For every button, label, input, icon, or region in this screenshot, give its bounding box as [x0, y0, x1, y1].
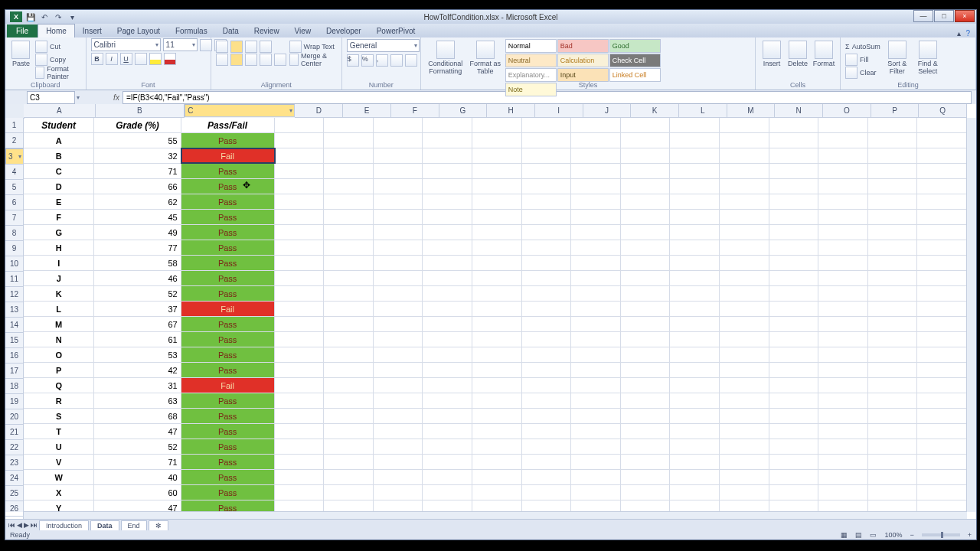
cell[interactable] [670, 133, 720, 148]
tab-page-layout[interactable]: Page Layout [109, 24, 168, 37]
cell[interactable] [571, 179, 621, 194]
cell[interactable] [472, 118, 522, 132]
cell[interactable]: 42 [94, 363, 181, 377]
cell[interactable] [571, 485, 621, 500]
cell[interactable] [720, 164, 769, 178]
tab-home[interactable]: Home [38, 24, 75, 37]
style-chip[interactable]: Calculation [557, 54, 609, 67]
cell[interactable]: Pass [181, 485, 275, 500]
cell[interactable]: 45 [94, 210, 181, 224]
cell[interactable]: 77 [94, 240, 181, 255]
cell[interactable]: 67 [94, 317, 181, 331]
cell[interactable] [275, 302, 325, 316]
cell[interactable] [621, 210, 671, 224]
close-button[interactable]: × [955, 10, 975, 22]
tab-insert[interactable]: Insert [75, 24, 109, 37]
cell[interactable]: 32 [94, 148, 181, 163]
cell[interactable] [720, 363, 769, 377]
cell[interactable] [868, 363, 918, 377]
cell[interactable] [472, 455, 522, 469]
cell[interactable] [769, 210, 819, 224]
cell[interactable] [769, 225, 819, 240]
cell[interactable] [769, 455, 819, 469]
cell[interactable]: Pass [181, 271, 275, 285]
cell[interactable] [472, 194, 522, 209]
cell[interactable] [275, 118, 325, 132]
cell[interactable]: O [24, 347, 94, 362]
cell[interactable] [571, 302, 621, 316]
cell[interactable] [621, 271, 671, 285]
cell[interactable] [621, 409, 671, 423]
cell[interactable]: P [24, 363, 94, 377]
border-icon[interactable] [135, 53, 147, 65]
cell[interactable] [324, 256, 374, 270]
cell[interactable] [621, 363, 671, 377]
cell[interactable] [275, 424, 325, 439]
name-box[interactable]: C3 [27, 91, 75, 104]
column-headers[interactable]: ABCDEFGHIJKLMNOPQ [24, 104, 967, 118]
cell[interactable] [374, 378, 423, 393]
row-header[interactable]: 10 [5, 256, 24, 272]
cell[interactable] [769, 393, 819, 408]
vertical-scrollbar[interactable] [966, 118, 976, 512]
cell[interactable] [522, 286, 572, 301]
cell[interactable] [374, 363, 423, 377]
sort-filter-button[interactable]: Sort & Filter [884, 39, 911, 79]
qat-more-icon[interactable]: ▾ [67, 11, 77, 22]
cell[interactable] [522, 179, 572, 194]
cell[interactable]: 53 [94, 347, 181, 362]
cell[interactable] [769, 118, 819, 132]
cell[interactable]: F [24, 210, 94, 224]
cell[interactable] [522, 455, 572, 469]
cell[interactable] [670, 455, 720, 469]
cell[interactable]: H [24, 240, 94, 255]
cell[interactable]: A [24, 133, 94, 148]
cell[interactable] [472, 133, 522, 148]
cell[interactable] [423, 347, 472, 362]
cell[interactable]: 52 [94, 439, 181, 454]
cell[interactable] [374, 347, 423, 362]
cell[interactable] [868, 302, 918, 316]
cell[interactable] [423, 302, 472, 316]
cell[interactable] [472, 332, 522, 347]
cell[interactable] [917, 409, 967, 423]
cell[interactable] [423, 409, 472, 423]
cell[interactable] [621, 225, 671, 240]
cell[interactable] [818, 256, 868, 270]
cell[interactable]: Fail [181, 302, 275, 316]
cell[interactable] [917, 286, 967, 301]
cell[interactable] [868, 210, 918, 224]
cell[interactable] [522, 424, 572, 439]
row-headers[interactable]: 1234567891011121314151617181920212223242… [5, 118, 24, 512]
cell[interactable]: J [24, 271, 94, 285]
cell[interactable] [720, 225, 769, 240]
cell[interactable] [621, 133, 671, 148]
cell[interactable] [423, 271, 472, 285]
cell[interactable] [472, 225, 522, 240]
sheet-tab[interactable]: Introduction [39, 520, 89, 530]
cell[interactable] [275, 347, 325, 362]
row-header[interactable]: 22 [5, 440, 24, 455]
cell[interactable] [769, 271, 819, 285]
cell[interactable] [818, 424, 868, 439]
cell[interactable] [720, 424, 769, 439]
cell[interactable] [720, 485, 769, 500]
cell[interactable]: B [24, 148, 94, 163]
cell[interactable] [720, 393, 769, 408]
cell[interactable] [324, 302, 374, 316]
cell[interactable] [324, 194, 374, 209]
cell[interactable]: Q [24, 378, 94, 393]
cell[interactable]: L [24, 302, 94, 316]
percent-icon[interactable]: % [361, 54, 374, 67]
cell[interactable] [769, 485, 819, 500]
cell[interactable] [670, 148, 720, 163]
cell[interactable]: Pass [181, 332, 275, 347]
row-header[interactable]: 7 [5, 210, 24, 226]
column-header[interactable]: A [24, 104, 96, 118]
view-break-icon[interactable]: ▭ [870, 531, 877, 539]
cell[interactable] [917, 470, 967, 484]
cell[interactable] [522, 210, 572, 224]
cell[interactable] [522, 256, 572, 270]
cell[interactable] [720, 317, 769, 331]
cell[interactable] [423, 240, 472, 255]
